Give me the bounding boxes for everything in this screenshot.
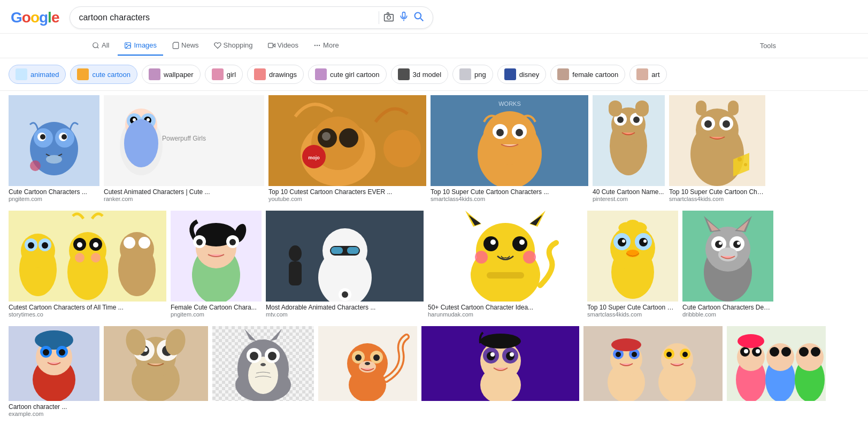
svg-point-72 [738, 157, 742, 161]
svg-rect-60 [609, 101, 622, 117]
search-input[interactable] [79, 13, 374, 22]
svg-point-233 [781, 347, 791, 357]
result-item[interactable]: Top 10 Super Cute Cartoon Characters ...… [669, 95, 765, 202]
chip-girl[interactable]: girl [205, 65, 243, 84]
svg-point-205 [490, 352, 495, 357]
result-item[interactable]: Cartoon character ... example.com [9, 326, 99, 417]
result-item[interactable]: WORKS Top 10 Super Cute Cartoon Characte… [431, 95, 588, 202]
result-item[interactable]: Cutest Cartoon Characters of All Time ..… [9, 211, 166, 318]
svg-point-237 [811, 347, 820, 357]
chip-drawings[interactable]: drawings [247, 65, 304, 84]
chip-cute-cartoon[interactable]: cute cartoon [70, 65, 137, 84]
chip-animated[interactable]: animated [9, 65, 66, 84]
svg-point-14 [319, 44, 320, 45]
svg-point-188 [260, 363, 266, 366]
chip-female-cartoon[interactable]: female cartoon [550, 65, 625, 84]
svg-point-221 [682, 352, 688, 357]
nav-item-images[interactable]: Images [118, 36, 163, 56]
result-item[interactable]: Powerpuff Girls Cutest Animated Characte… [104, 95, 264, 202]
svg-point-214 [632, 352, 637, 357]
tools-button[interactable]: Tools [754, 36, 782, 55]
result-row-1: Cute Cartoon Characters ... pngitem.com … [9, 95, 859, 202]
result-item[interactable]: 40 Cute Cartoon Name... pinterest.com [593, 95, 665, 202]
svg-point-59 [633, 117, 640, 123]
svg-point-112 [342, 291, 348, 298]
svg-point-206 [510, 352, 514, 357]
svg-point-151 [719, 242, 722, 245]
chip-art[interactable]: art [629, 65, 666, 84]
svg-text:WORKS: WORKS [498, 101, 521, 107]
result-item[interactable]: Cute Cartoon Characters Designing by ...… [682, 211, 773, 318]
svg-point-67 [704, 120, 712, 128]
nav-item-videos[interactable]: Videos [262, 36, 305, 56]
result-item[interactable]: Cute Cartoon Characters ... pngitem.com [9, 95, 99, 202]
mic-icon[interactable] [398, 11, 409, 24]
result-item[interactable] [318, 326, 417, 401]
svg-point-122 [490, 240, 496, 245]
svg-point-58 [617, 117, 624, 123]
result-item[interactable] [104, 326, 208, 401]
result-item[interactable]: 50+ Cutest Cartoon Character Idea... har… [428, 211, 583, 318]
svg-point-132 [618, 238, 626, 246]
svg-point-213 [616, 352, 621, 357]
chip-wallpaper[interactable]: wallpaper [142, 65, 201, 84]
result-item[interactable] [421, 326, 579, 401]
svg-point-124 [475, 251, 488, 264]
svg-point-109 [289, 245, 302, 261]
svg-point-52 [516, 129, 523, 136]
result-row-2: Cutest Cartoon Characters of All Time ..… [9, 211, 859, 318]
svg-rect-11 [268, 43, 273, 47]
svg-point-85 [77, 242, 82, 248]
svg-point-232 [770, 347, 779, 357]
svg-point-40 [339, 128, 358, 148]
svg-point-160 [43, 349, 49, 356]
svg-point-207 [480, 334, 521, 349]
nav-item-all[interactable]: All [86, 36, 116, 56]
svg-point-22 [62, 134, 67, 140]
svg-point-79 [28, 242, 34, 249]
svg-point-135 [643, 240, 647, 243]
svg-point-88 [91, 253, 101, 262]
svg-point-87 [75, 253, 85, 262]
svg-text:mojo: mojo [308, 155, 320, 160]
svg-rect-61 [635, 101, 649, 117]
search-icon[interactable] [413, 11, 424, 24]
chip-cute-girl-cartoon[interactable]: cute girl cartoon [308, 65, 387, 84]
chip-3d-model[interactable]: 3d model [391, 65, 448, 84]
svg-point-220 [666, 352, 672, 357]
svg-point-9 [127, 44, 128, 45]
result-item[interactable]: Female Cute Cartoon Chara... pngitem.com [171, 211, 262, 318]
result-item[interactable]: mojo Top 10 Cutest Cartoon Characters EV… [268, 95, 426, 202]
svg-rect-108 [347, 247, 359, 254]
svg-point-73 [744, 163, 747, 166]
chip-png[interactable]: png [452, 65, 493, 84]
svg-point-186 [250, 352, 258, 360]
result-item[interactable]: Most Adorable Animated Characters ... mt… [266, 211, 424, 318]
svg-point-134 [622, 240, 625, 243]
nav-item-shopping[interactable]: Shopping [208, 36, 259, 56]
chip-disney[interactable]: disney [497, 65, 547, 84]
search-bar[interactable] [70, 6, 433, 29]
camera-icon[interactable] [383, 11, 394, 24]
svg-point-229 [738, 334, 764, 348]
result-item[interactable] [583, 326, 723, 401]
svg-rect-107 [331, 247, 343, 254]
svg-point-48 [483, 111, 536, 165]
svg-point-41 [322, 132, 331, 141]
nav-item-more[interactable]: More [307, 36, 345, 56]
filter-bar: animated cute cartoon wallpaper girl dra… [0, 58, 868, 91]
svg-point-197 [365, 362, 370, 365]
svg-rect-69 [696, 101, 706, 115]
svg-point-236 [799, 347, 809, 357]
nav-item-news[interactable]: News [165, 36, 205, 56]
result-item[interactable]: Top 10 Super Cute Cartoon Characters ...… [587, 211, 678, 318]
result-row-3: Cartoon character ... example.com [9, 326, 859, 417]
svg-rect-126 [487, 272, 524, 279]
svg-point-217 [661, 343, 693, 375]
svg-point-90 [120, 232, 154, 266]
result-item[interactable] [727, 326, 826, 401]
svg-point-161 [59, 349, 65, 356]
result-item[interactable] [212, 326, 314, 401]
svg-point-13 [317, 44, 318, 45]
svg-point-21 [40, 134, 45, 140]
